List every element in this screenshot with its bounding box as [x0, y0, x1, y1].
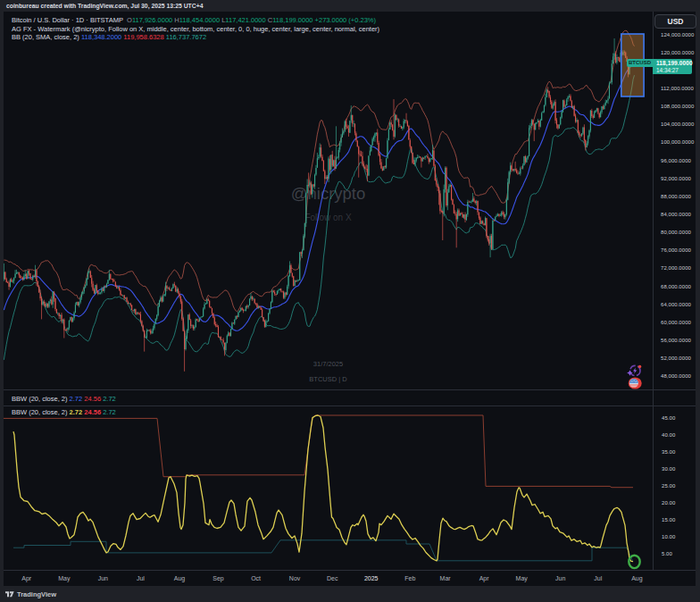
watermark-indicator-legend-row[interactable]: AG FX - Watermark (@nicrypto, Follow on … [12, 25, 379, 34]
flag-star-3 [636, 381, 637, 382]
bbw-tick-label: 15.00 [662, 517, 675, 523]
bbw-value: 2.72 [70, 408, 85, 416]
footer-bar: TradingView [0, 586, 700, 602]
price-tick-label: 96,000.0000 [661, 158, 691, 163]
time-tick-label: Aug [631, 575, 642, 581]
bbw-lowest-contraction-line [13, 540, 633, 562]
price-tick-label: 108,000.0000 [661, 104, 694, 109]
time-axis-border [4, 570, 696, 571]
symbol-legend-row[interactable]: Bitcoin / U.S. Dollar · 1D · BITSTAMP O1… [12, 16, 379, 25]
tradingview-snapshot: coinbureau created with TradingView.com,… [0, 0, 700, 602]
bbw-tick-label: 10.00 [662, 534, 675, 539]
up-candle-bodies [4, 53, 635, 350]
price-tick-label: 112,000.0000 [661, 86, 694, 91]
price-tick-label: 88,000.0000 [661, 194, 691, 199]
bb-legend-row[interactable]: BB (20, SMA, close, 2) 118,348.2000 119,… [12, 33, 379, 42]
last-price-label: 118,199.0000 14:34:27 [653, 59, 692, 74]
bb-lower-band [4, 75, 634, 360]
time-tick-label: May [516, 575, 528, 581]
bbw-tick-label: 45.00 [662, 415, 675, 421]
change-value: +273.0000 (+0.23%) [315, 16, 376, 24]
time-tick-label: Jul [594, 575, 602, 581]
price-tick-label: 64,000.0000 [661, 302, 691, 307]
bbw-lowest-value: 2.72 [103, 395, 116, 403]
lightning-bolt [633, 368, 637, 374]
price-tick-label: 48,000.0000 [661, 373, 691, 379]
price-tick-label: 52,000.0000 [661, 355, 691, 361]
currency-toggle-button[interactable]: USD [654, 14, 696, 29]
price-tick-label: 60,000.0000 [661, 320, 691, 325]
time-tick-label: Feb [404, 575, 415, 581]
snapshot-header: coinbureau created with TradingView.com,… [6, 0, 203, 12]
bbw-line [13, 415, 633, 562]
time-tick-label: Aug [174, 575, 185, 581]
high-value: 118,454.0000 [179, 16, 220, 24]
last-price-symbol-tag: BTCUSD [627, 59, 653, 67]
price-tick-label: 124,000.0000 [661, 32, 694, 38]
time-tick-label: Oct [251, 575, 261, 581]
time-tick-label: Dec [327, 575, 338, 581]
bbw-tick-label: 25.00 [662, 483, 675, 489]
circle-drawing[interactable] [629, 556, 639, 568]
flag-star-2 [634, 380, 635, 380]
last-price-value: 118,199.0000 [656, 60, 692, 67]
chart-container[interactable]: @nicrypto Follow on X 31/7/2025 BTCUSD |… [4, 12, 696, 586]
pane-separator-2[interactable] [4, 406, 696, 406]
time-tick-label: Apr [21, 575, 31, 581]
bb-upper-value: 119,958.6328 [123, 33, 165, 41]
notification-dot [638, 365, 641, 368]
bbw-highest-value: 24.56 [84, 408, 103, 416]
bbw-tick-label: 20.00 [662, 500, 675, 506]
bbw-highest-expansion-line [4, 415, 633, 488]
tradingview-brand: TradingView [17, 590, 56, 598]
time-tick-label: 2025 [364, 575, 379, 581]
main-legend[interactable]: Bitcoin / U.S. Dollar · 1D · BITSTAMP O1… [12, 16, 379, 42]
bb-upper-band [4, 30, 634, 312]
symbol-description: Bitcoin / U.S. Dollar · 1D · BITSTAMP [12, 16, 123, 24]
time-tick-label: Mar [440, 575, 451, 581]
time-tick-label: Nov [289, 575, 300, 581]
down-candle-wicks [5, 50, 632, 371]
bar-countdown: 14:34:27 [656, 67, 692, 73]
bbw-highest-value: 24.56 [84, 395, 103, 403]
bb-basis-line [4, 61, 634, 330]
bbw-lowest-value: 2.72 [103, 408, 116, 416]
flag-star-1 [631, 380, 632, 381]
price-tick-label: 68,000.0000 [661, 284, 691, 289]
time-tick-label: Jun [555, 575, 565, 581]
bbw-indicator-title: BBW (20, close, 2) [12, 408, 70, 416]
price-tick-label: 80,000.0000 [661, 230, 691, 235]
open-value: 117,926.0000 [132, 16, 172, 24]
price-tick-label: 56,000.0000 [661, 338, 691, 343]
down-candle-bodies [4, 52, 632, 349]
bb-lower-value: 116,737.7672 [166, 33, 206, 41]
bbw-tick-label: 30.00 [662, 466, 675, 472]
bbw-tick-label: 35.00 [662, 449, 675, 455]
bbw-tick-label: 40.00 [662, 432, 675, 438]
bbw-pane-canvas[interactable] [4, 406, 653, 570]
price-tick-label: 72,000.0000 [661, 265, 691, 271]
bb-basis-value: 118,348.2000 [81, 33, 123, 41]
bbw-tick-label: 5.00 [662, 551, 672, 556]
bbw-legend[interactable]: BBW (20, close, 2) 2.72 24.56 2.72 [12, 408, 116, 417]
tradingview-logo-icon [5, 591, 14, 598]
price-tick-label: 100,000.0000 [661, 139, 694, 145]
time-tick-label: Jul [137, 575, 145, 581]
bb-indicator-title: BB (20, SMA, close, 2) [12, 33, 81, 41]
price-tick-label: 92,000.0000 [661, 176, 691, 181]
time-tick-label: Sep [212, 575, 223, 581]
time-tick-label: May [58, 575, 70, 581]
time-tick-label: Apr [479, 575, 489, 581]
price-pane-canvas[interactable] [4, 12, 653, 389]
price-tick-label: 120,000.0000 [661, 50, 694, 55]
pane-separator-1[interactable] [4, 389, 696, 390]
bbw-legend-collapsed[interactable]: BBW (20, close, 2) 2.72 24.56 2.72 [12, 395, 116, 404]
bbw-indicator-title: BBW (20, close, 2) [12, 395, 70, 403]
up-candle-wicks [4, 38, 634, 353]
price-tick-label: 76,000.0000 [661, 247, 691, 253]
low-value: 117,421.0000 [225, 16, 265, 24]
price-scale-border [653, 12, 654, 570]
lightning-reaction-icon[interactable] [627, 364, 643, 378]
usa-ball-reaction-icon[interactable] [626, 377, 642, 389]
price-tick-label: 84,000.0000 [661, 212, 691, 217]
